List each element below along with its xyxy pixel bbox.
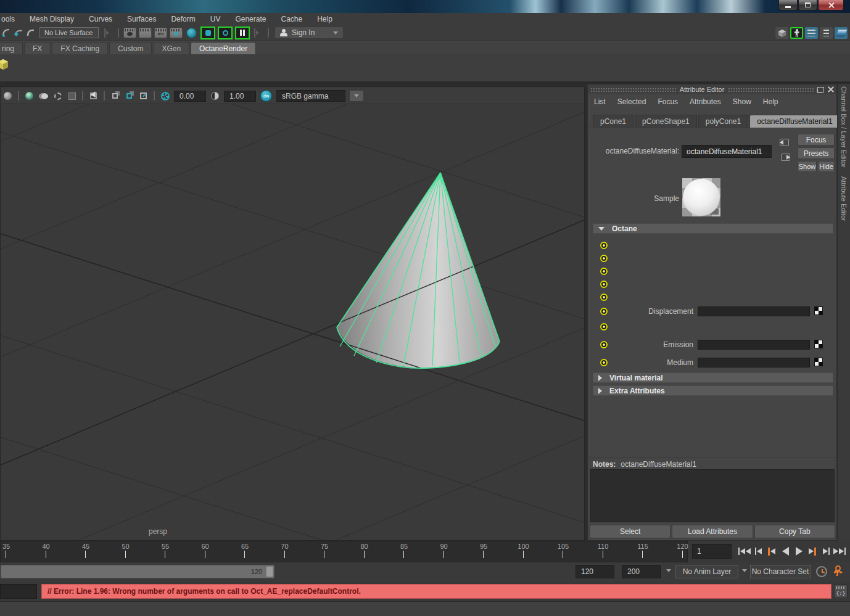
exposure-field[interactable]: 0.00	[174, 91, 206, 102]
select-region-icon[interactable]	[88, 91, 99, 102]
octane-settings-icon[interactable]	[218, 27, 233, 39]
circles-icon[interactable]	[38, 91, 49, 102]
material-name-input[interactable]: octaneDiffuseMaterial1	[682, 145, 772, 158]
animation-preferences-icon[interactable]	[833, 565, 844, 577]
menu-item-curves[interactable]: Curves	[89, 15, 112, 23]
snap-curve-icon[interactable]	[0, 27, 12, 39]
color-profile-dropdown-arrow[interactable]	[349, 90, 364, 102]
layer-editor-icon[interactable]	[835, 27, 848, 39]
step-back-frame-button[interactable]	[751, 543, 765, 559]
drag-handle-dots[interactable]	[728, 88, 814, 92]
gamma-field[interactable]: 1.00	[224, 91, 256, 102]
snap-magnet-icon[interactable]	[25, 27, 37, 39]
snap-points-icon[interactable]	[12, 27, 25, 39]
tab-polycone1[interactable]: polyCone1	[698, 115, 748, 128]
menu-item-uv[interactable]: UV	[210, 15, 221, 23]
focus-button[interactable]: Focus	[798, 134, 835, 146]
channel-box-strip-tab[interactable]: Channel Box / Layer Editor	[840, 86, 848, 167]
ipr-render-icon[interactable]: IPR	[154, 28, 167, 38]
range-handle[interactable]	[266, 566, 273, 577]
play-forwards-button[interactable]	[792, 543, 806, 559]
render-view-icon[interactable]	[123, 28, 136, 38]
displacement-map-button[interactable]	[814, 306, 823, 315]
emission-map-button[interactable]	[814, 340, 823, 348]
menu-item-mesh-display[interactable]: Mesh Display	[30, 15, 74, 23]
viewport-panel[interactable]: 0.00 1.00 ON sRGB gamma	[0, 86, 585, 541]
menu-item-deform[interactable]: Deform	[171, 15, 195, 23]
shelf-tab-custom[interactable]: Custom	[109, 42, 152, 54]
drag-handle-dots[interactable]	[590, 88, 676, 92]
shelf-tab-fx-caching[interactable]: FX Caching	[52, 42, 108, 54]
square-region-icon[interactable]	[66, 91, 78, 102]
modeling-toolkit-icon[interactable]	[775, 27, 788, 39]
render-current-frame-icon[interactable]	[139, 28, 152, 38]
ae-menu-list[interactable]: List	[594, 97, 606, 106]
shelf-tab-xgen[interactable]: XGen	[153, 42, 189, 54]
output-connection-icon[interactable]	[781, 154, 790, 161]
chevron-down-icon[interactable]	[742, 569, 747, 572]
menu-item-surfaces[interactable]: Surfaces	[127, 15, 156, 23]
map-indicator[interactable]	[600, 323, 608, 331]
step-back-key-button[interactable]	[765, 543, 778, 559]
auto-keyframe-icon[interactable]	[816, 566, 827, 577]
medium-map-button[interactable]	[814, 358, 823, 366]
ae-menu-show[interactable]: Show	[733, 97, 751, 106]
load-attributes-button[interactable]: Load Attributes	[672, 525, 753, 538]
notes-textarea[interactable]	[590, 469, 835, 522]
attribute-editor-strip-tab[interactable]: Attribute Editor	[840, 176, 848, 221]
detach-panel-icon[interactable]	[817, 87, 824, 92]
shelf-tab-octanerender[interactable]: OctaneRender	[191, 42, 256, 54]
tab-pcone1[interactable]: pCone1	[593, 115, 633, 128]
contrast-icon[interactable]	[209, 91, 221, 102]
tool-settings-toggle-icon[interactable]	[820, 27, 833, 39]
ae-menu-help[interactable]: Help	[763, 97, 778, 106]
menu-item-cache[interactable]: Cache	[281, 15, 302, 23]
playback-end-field[interactable]: 200	[622, 565, 661, 578]
close-panel-icon[interactable]	[828, 86, 834, 92]
dashed-circle-icon[interactable]	[52, 91, 64, 102]
section-virtual-material[interactable]: Virtual material	[593, 372, 833, 383]
color-management-toggle[interactable]: ON	[260, 90, 272, 102]
tab-pconeshape1[interactable]: pConeShape1	[635, 115, 697, 128]
emission-field[interactable]	[698, 340, 810, 350]
select-button[interactable]: Select	[590, 525, 671, 538]
attribute-editor-header[interactable]: Attribute Editor	[588, 84, 836, 94]
medium-field[interactable]	[698, 358, 810, 368]
render-settings-icon[interactable]	[170, 28, 183, 38]
material-ball-icon[interactable]	[23, 91, 35, 102]
shelf-tab-fx[interactable]: FX	[24, 42, 51, 54]
sign-in-button[interactable]: Sign In	[274, 27, 344, 39]
channel-box-toggle-icon[interactable]	[805, 27, 818, 39]
ae-menu-selected[interactable]: Selected	[617, 97, 646, 106]
section-octane[interactable]: Octane	[593, 223, 833, 234]
time-ruler[interactable]: 3540455055606570758085909510010511011512…	[0, 541, 688, 562]
anim-layer-button[interactable]: No Anim Layer	[675, 565, 738, 578]
play-backwards-button[interactable]	[778, 543, 792, 559]
octane-shelf-cube-icon[interactable]	[0, 59, 9, 73]
range-slider[interactable]: 120	[1, 565, 274, 578]
mel-command-input[interactable]	[0, 584, 37, 599]
restore-button[interactable]	[798, 0, 817, 10]
step-forward-key-button[interactable]	[806, 543, 819, 559]
map-indicator[interactable]	[600, 268, 608, 275]
map-indicator[interactable]	[600, 242, 608, 249]
aperture-icon[interactable]	[159, 91, 171, 102]
map-indicator[interactable]	[600, 281, 608, 288]
ae-menu-focus[interactable]: Focus	[658, 97, 678, 106]
hide-button[interactable]: Hide	[818, 161, 835, 172]
menu-item-help[interactable]: Help	[317, 15, 332, 23]
displacement-field[interactable]	[698, 306, 810, 316]
toon-shader-icon[interactable]	[186, 28, 197, 38]
shelf-tab-rendering[interactable]: ring	[0, 42, 23, 54]
crop-region-icon[interactable]	[138, 91, 149, 102]
character-set-button[interactable]: No Character Set	[750, 565, 811, 578]
menu-item-generate[interactable]: Generate	[235, 15, 266, 23]
command-error-output[interactable]: // Error: Line 1.96: Wrong number of arg…	[41, 584, 831, 599]
menu-item-tools[interactable]: ools	[1, 15, 15, 23]
color-profile-dropdown[interactable]: sRGB gamma	[276, 90, 345, 102]
ae-menu-attributes[interactable]: Attributes	[690, 97, 721, 106]
script-editor-icon[interactable]: {;}	[834, 585, 848, 598]
copy-tab-button[interactable]: Copy Tab	[754, 525, 835, 538]
octane-pause-icon[interactable]	[235, 27, 250, 39]
tab-octanediffusematerial1[interactable]: octaneDiffuseMaterial1	[749, 115, 840, 128]
